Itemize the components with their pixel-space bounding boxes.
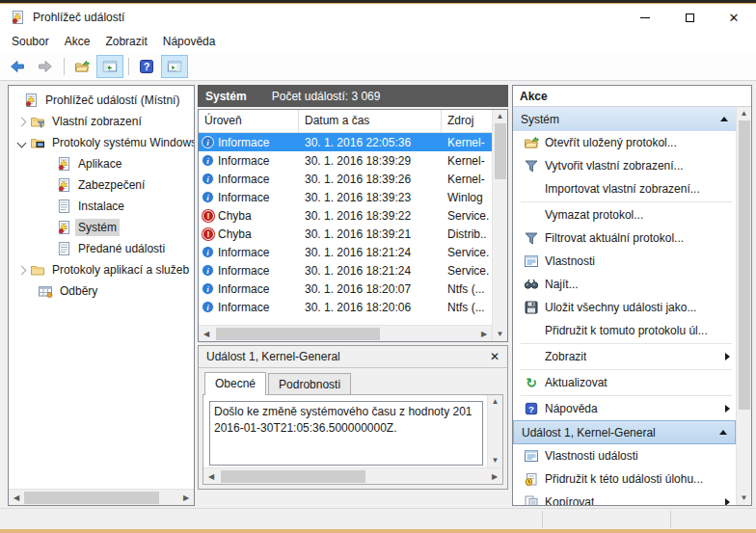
open-saved-log-button[interactable] [68, 55, 95, 78]
action-import-custom-view[interactable]: Importovat vlastní zobrazení... [513, 177, 736, 200]
action-help[interactable]: Nápověda [513, 397, 736, 420]
help-button[interactable] [133, 55, 160, 78]
scroll-left-icon[interactable]: ◀ [203, 472, 219, 481]
close-button[interactable]: ✕ [712, 5, 756, 30]
action-separator [521, 369, 732, 370]
action-create-custom-view[interactable]: Vytvořit vlastní zobrazení... [513, 154, 736, 177]
tree-item-instalace[interactable]: Instalace [9, 196, 194, 217]
action-filter-current-log[interactable]: Filtrovat aktuální protokol... [513, 227, 736, 250]
properties-icon [522, 253, 541, 269]
tree-item-zabezpeceni[interactable]: Zabezpečení [9, 174, 194, 196]
tab-podrobnosti[interactable]: Podrobnosti [268, 373, 351, 395]
chevron-right-icon[interactable] [17, 265, 27, 275]
menu-soubor[interactable]: Soubor [4, 32, 57, 51]
scrollbar-thumb[interactable] [216, 328, 380, 340]
tree-item-aplikace[interactable]: Aplikace [9, 153, 194, 174]
scroll-right-icon[interactable]: ▶ [487, 472, 502, 481]
actions-vertical-scrollbar[interactable]: ▲ ▼ [736, 107, 751, 505]
list-horizontal-scrollbar[interactable]: ◀ ▶ [199, 325, 492, 341]
scroll-left-icon[interactable]: ◀ [199, 330, 214, 338]
action-save-all-events[interactable]: Uložit všechny události jako... [513, 296, 736, 319]
action-view[interactable]: Zobrazit [513, 345, 736, 368]
maximize-button[interactable] [667, 5, 712, 30]
tab-obecne[interactable]: Obecné [204, 372, 266, 395]
scrollbar-thumb[interactable] [739, 120, 750, 410]
scroll-down-icon[interactable]: ▼ [741, 492, 748, 505]
folder-icon [30, 262, 45, 278]
event-row[interactable]: Informace 30. 1. 2016 18:39:29 Kernel- [199, 151, 492, 170]
action-copy[interactable]: Kopírovat [513, 491, 736, 505]
scroll-up-icon[interactable]: ▲ [497, 110, 504, 123]
event-row[interactable]: Informace 30. 1. 2016 18:39:26 Kernel- [199, 170, 492, 188]
tree-item-custom-views[interactable]: Vlastní zobrazení [9, 111, 194, 132]
filter-icon [522, 158, 541, 173]
event-row[interactable]: Informace 30. 1. 2016 18:20:07 Ntfs (... [199, 280, 492, 298]
menu-napoveda[interactable]: Nápověda [155, 32, 224, 51]
menu-zobrazit[interactable]: Zobrazit [97, 32, 154, 51]
title-bar: Prohlížeč událostí ✕ [0, 5, 756, 30]
close-icon[interactable]: ✕ [490, 350, 500, 363]
tree-item-apps-services-logs[interactable]: Protokoly aplikací a služeb [9, 259, 194, 280]
window-title: Prohlížeč událostí [33, 11, 124, 24]
action-event-properties[interactable]: Vlastnosti události [513, 444, 736, 467]
scroll-left-icon[interactable]: ◀ [9, 493, 24, 502]
event-row[interactable]: Informace 30. 1. 2016 18:39:23 Winlog [199, 188, 492, 206]
main-area: Prohlížeč událostí (Místní) Vlastní zobr… [0, 81, 756, 508]
column-datetime[interactable]: Datum a čas [299, 110, 442, 132]
tree-horizontal-scrollbar[interactable]: ◀ ▶ [9, 489, 194, 505]
action-properties[interactable]: Vlastnosti [513, 250, 736, 273]
detail-tab-page: Došlo ke změně systémového času z hodnot… [202, 394, 503, 485]
tree-item-system[interactable]: Systém [9, 217, 194, 238]
tree-item-root[interactable]: Prohlížeč událostí (Místní) [9, 90, 194, 111]
group-header-event[interactable]: Událost 1, Kernel-General [513, 420, 736, 444]
detail-vertical-scrollbar[interactable]: ▲ ▼ [487, 395, 502, 467]
minimize-button[interactable] [623, 5, 667, 30]
scroll-up-icon[interactable]: ▲ [492, 395, 500, 409]
help-icon [139, 59, 154, 74]
tree-item-predane-udalosti[interactable]: Předané události [9, 238, 194, 259]
event-description[interactable]: Došlo ke změně systémového času z hodnot… [209, 401, 483, 466]
event-row[interactable]: Informace 30. 1. 2016 18:21:24 Service. [199, 243, 492, 261]
properties-icon [522, 448, 541, 464]
tree-item-windows-logs[interactable]: Protokoly systému Windows [9, 132, 194, 153]
toggle-console-tree-button[interactable] [96, 55, 123, 78]
scroll-down-icon[interactable]: ▼ [497, 328, 504, 341]
scrollbar-thumb[interactable] [495, 123, 506, 179]
chevron-down-icon[interactable] [17, 138, 27, 147]
action-attach-task-to-event[interactable]: Přidružit k této události úlohu... [513, 467, 736, 491]
action-attach-task-to-log[interactable]: Přidružit k tomuto protokolu úl... [513, 319, 736, 342]
info-icon [202, 264, 214, 277]
action-open-saved-log[interactable]: Otevřít uložený protokol... [513, 131, 736, 154]
back-button[interactable] [4, 55, 31, 78]
menu-bar: Soubor Akce Zobrazit Nápověda [0, 30, 756, 53]
maximize-icon [686, 13, 694, 22]
scroll-down-icon[interactable]: ▼ [492, 454, 500, 467]
action-clear-log[interactable]: Vymazat protokol... [513, 203, 736, 227]
event-row[interactable]: Informace 30. 1. 2016 18:21:24 Service. [199, 261, 492, 280]
event-row[interactable]: Informace 30. 1. 2016 22:05:36 Kernel- [199, 133, 492, 151]
forward-button[interactable] [32, 55, 59, 78]
chevron-right-icon[interactable] [17, 117, 27, 126]
action-find[interactable]: Najít... [513, 273, 736, 296]
detail-horizontal-scrollbar[interactable]: ◀ ▶ [203, 467, 502, 484]
toggle-action-pane-button[interactable] [161, 55, 188, 78]
scrollbar-thumb[interactable] [221, 470, 365, 483]
info-icon [202, 154, 214, 167]
column-level[interactable]: Úroveň [199, 110, 299, 132]
folder-computer-icon [30, 135, 45, 150]
action-refresh[interactable]: ↻ Aktualizovat [513, 371, 736, 394]
scroll-up-icon[interactable]: ▲ [741, 107, 748, 120]
event-row[interactable]: Informace 30. 1. 2016 18:20:06 Ntfs (... [199, 298, 492, 316]
column-source[interactable]: Zdroj [442, 110, 492, 132]
scrollbar-thumb[interactable] [24, 492, 159, 504]
scroll-right-icon[interactable]: ▶ [476, 330, 492, 338]
tree-scroll-area: Prohlížeč událostí (Místní) Vlastní zobr… [9, 86, 194, 489]
log-icon [56, 199, 71, 214]
group-header-system[interactable]: Systém [513, 107, 736, 131]
event-row[interactable]: Chyba 30. 1. 2016 18:39:21 Distrib.. [199, 225, 492, 243]
list-vertical-scrollbar[interactable]: ▲ ▼ [492, 110, 507, 341]
menu-akce[interactable]: Akce [57, 32, 98, 51]
scroll-right-icon[interactable]: ▶ [178, 493, 194, 502]
tree-item-odbery[interactable]: Odběry [9, 280, 194, 302]
event-row[interactable]: Chyba 30. 1. 2016 18:39:22 Service. [199, 206, 492, 225]
